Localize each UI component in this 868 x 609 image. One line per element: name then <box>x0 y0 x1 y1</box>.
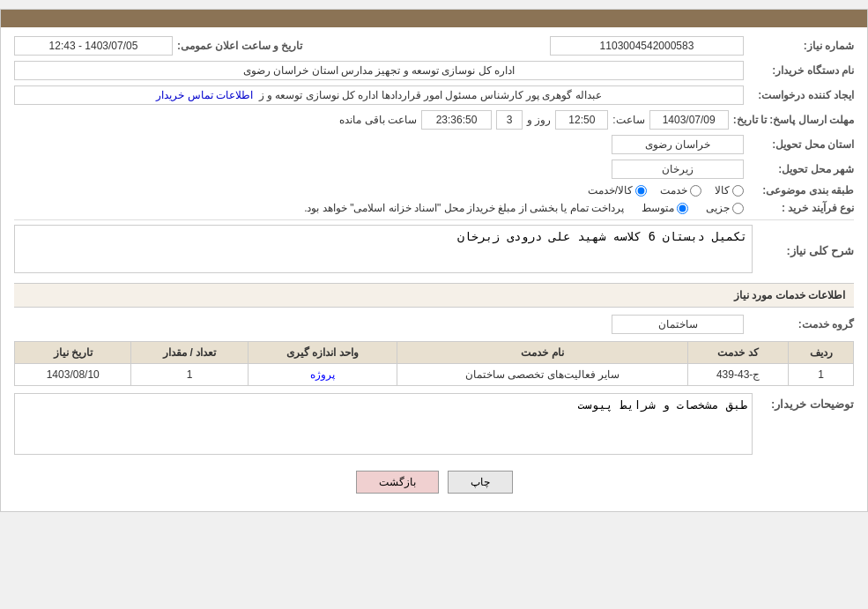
purchase-type-note: پرداخت تمام یا بخشی از مبلغ خریداز محل "… <box>304 202 624 214</box>
buyer-label: نام دستگاه خریدار: <box>748 64 854 77</box>
category-kala-item: کالا <box>715 184 744 197</box>
deadline-label: مهلت ارسال پاسخ: تا تاریخ: <box>733 114 854 126</box>
cell-row-num: 1 <box>789 364 854 386</box>
category-khadamat-radio[interactable] <box>690 185 701 197</box>
category-kala-khadamat-radio[interactable] <box>635 185 647 197</box>
service-group-value: ساختمان <box>612 315 744 334</box>
category-khadamat-label: خدمت <box>660 184 687 197</box>
purchase-jozei-radio[interactable] <box>732 203 744 214</box>
col-unit: واحد اندازه گیری <box>248 342 397 364</box>
creator-value: عبداله گوهری پور کارشناس مسئول امور قرار… <box>14 85 744 105</box>
need-number-row: شماره نیاز: 1103004542000583 تاریخ و ساع… <box>14 36 854 56</box>
cell-service-name: سایر فعالیت‌های تخصصی ساختمان <box>397 364 688 386</box>
service-group-label: گروه خدمت: <box>748 318 854 330</box>
city-row: شهر محل تحویل: زیرخان <box>14 160 854 179</box>
col-row-num: ردیف <box>789 342 854 364</box>
category-row: طبقه بندی موضوعی: کالا خدمت کالا/خدمت <box>14 184 854 197</box>
deadline-days: 3 <box>496 110 523 130</box>
city-label: شهر محل تحویل: <box>748 163 854 175</box>
category-label: طبقه بندی موضوعی: <box>748 184 854 197</box>
print-button[interactable]: چاپ <box>448 471 513 494</box>
divider-1 <box>14 219 854 220</box>
table-header-row: ردیف کد خدمت نام خدمت واحد اندازه گیری ت… <box>15 342 854 364</box>
col-date: تاریخ نیاز <box>15 342 131 364</box>
services-title-text: اطلاعات خدمات مورد نیاز <box>734 289 845 301</box>
services-table: ردیف کد خدمت نام خدمت واحد اندازه گیری ت… <box>14 341 854 386</box>
category-kala-khadamat-item: کالا/خدمت <box>588 184 647 197</box>
creator-label: ایجاد کننده درخواست: <box>748 89 854 101</box>
service-group-row: گروه خدمت: ساختمان <box>14 315 854 334</box>
deadline-row: مهلت ارسال پاسخ: تا تاریخ: 1403/07/09 سا… <box>14 110 854 130</box>
purchase-type-options: جزیی متوسط پرداخت تمام یا بخشی از مبلغ خ… <box>304 202 744 214</box>
city-value: زیرخان <box>612 160 744 179</box>
content-area: شماره نیاز: 1103004542000583 تاریخ و ساع… <box>1 27 867 511</box>
purchase-jozei-label: جزیی <box>706 202 730 214</box>
purchase-type-row: نوع فرآیند خرید : جزیی متوسط پرداخت تمام… <box>14 202 854 214</box>
need-desc-label: شرح کلی نیاز: <box>757 244 854 257</box>
need-desc-textarea[interactable] <box>14 225 753 273</box>
buyer-desc-textarea[interactable] <box>14 393 753 455</box>
buyer-row: نام دستگاه خریدار: اداره کل نوسازی توسعه… <box>14 61 854 80</box>
category-khadamat-item: خدمت <box>660 184 701 197</box>
announce-date-value: 1403/07/05 - 12:43 <box>14 36 173 56</box>
province-row: استان محل تحویل: خراسان رضوی <box>14 135 854 154</box>
back-button[interactable]: بازگشت <box>356 471 439 494</box>
creator-contact-link[interactable]: اطلاعات تماس خریدار <box>156 89 253 101</box>
buyer-desc-container <box>14 393 753 457</box>
cell-unit: پروژه <box>248 364 397 386</box>
creator-text: عبداله گوهری پور کارشناس مسئول امور قرار… <box>259 89 602 101</box>
need-number-value: 1103004542000583 <box>550 36 744 56</box>
col-service-name: نام خدمت <box>397 342 688 364</box>
category-kala-label: کالا <box>715 184 730 197</box>
category-radios: کالا خدمت کالا/خدمت <box>588 184 744 197</box>
deadline-date: 1403/07/09 <box>649 110 729 130</box>
purchase-motevaset-item: متوسط <box>642 202 688 214</box>
buyer-desc-label: توضیحات خریدار: <box>757 393 854 411</box>
buyer-value: اداره کل نوسازی توسعه و تجهیز مدارس استا… <box>14 61 744 80</box>
page-title <box>1 10 867 27</box>
purchase-motevaset-radio[interactable] <box>677 203 688 214</box>
purchase-type-label: نوع فرآیند خرید : <box>748 202 854 214</box>
buyer-desc-row: توضیحات خریدار: <box>14 393 854 457</box>
announce-date-label: تاریخ و ساعت اعلان عمومی: <box>177 40 302 52</box>
purchase-jozei-item: جزیی <box>706 202 744 214</box>
col-service-code: کد خدمت <box>688 342 789 364</box>
deadline-day-label: روز و <box>527 114 551 126</box>
need-desc-container <box>14 225 753 276</box>
footer-buttons: چاپ بازگشت <box>14 471 854 494</box>
province-value: خراسان رضوی <box>612 135 744 154</box>
table-row: 1 ج-43-439 سایر فعالیت‌های تخصصی ساختمان… <box>15 364 854 386</box>
main-container: شماره نیاز: 1103004542000583 تاریخ و ساع… <box>0 9 868 512</box>
cell-service-code: ج-43-439 <box>688 364 789 386</box>
deadline-remaining: 23:36:50 <box>421 110 492 130</box>
category-kala-radio[interactable] <box>732 185 744 197</box>
cell-date: 1403/08/10 <box>15 364 131 386</box>
services-section-title: اطلاعات خدمات مورد نیاز <box>14 283 854 308</box>
creator-row: ایجاد کننده درخواست: عبداله گوهری پور کا… <box>14 85 854 105</box>
category-kala-khadamat-label: کالا/خدمت <box>588 184 633 197</box>
need-desc-row: شرح کلی نیاز: <box>14 225 854 276</box>
purchase-motevaset-label: متوسط <box>642 202 674 214</box>
deadline-time: 12:50 <box>555 110 608 130</box>
col-quantity: تعداد / مقدار <box>131 342 248 364</box>
deadline-remaining-label: ساعت باقی مانده <box>339 114 417 126</box>
cell-quantity: 1 <box>131 364 248 386</box>
need-number-label: شماره نیاز: <box>748 40 854 52</box>
deadline-time-label: ساعت: <box>612 114 644 126</box>
province-label: استان محل تحویل: <box>748 138 854 151</box>
